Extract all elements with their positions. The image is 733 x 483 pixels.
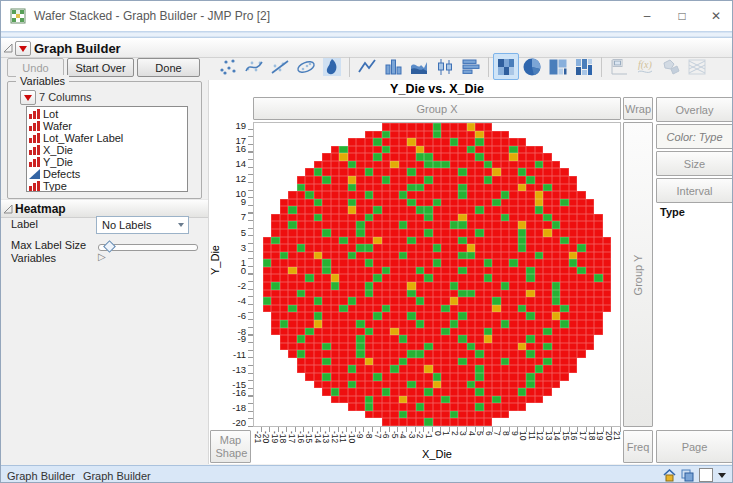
chart-title: Y_Die vs. X_Die bbox=[253, 82, 621, 96]
plot-area[interactable] bbox=[253, 122, 621, 427]
variables-property-label: Variables bbox=[11, 252, 56, 264]
disclosure-closed-icon[interactable]: ▷ bbox=[98, 251, 106, 262]
heatmap-section-title: Heatmap bbox=[15, 202, 66, 216]
max-label-size-slider[interactable] bbox=[98, 244, 198, 251]
bar-icon[interactable] bbox=[380, 53, 406, 80]
column-item[interactable]: Lot bbox=[29, 108, 187, 120]
maximize-button[interactable]: □ bbox=[665, 1, 699, 30]
red-triangle-menu-icon[interactable] bbox=[15, 41, 31, 56]
pie-icon[interactable] bbox=[519, 53, 545, 80]
status-item: Graph Builder bbox=[7, 470, 75, 482]
overlay-zone[interactable]: Overlay bbox=[656, 97, 733, 122]
columns-count-label: 7 Columns bbox=[39, 91, 92, 103]
treemap-icon[interactable] bbox=[545, 53, 571, 80]
max-label-size-label: Max Label Size bbox=[11, 239, 86, 251]
menu-band bbox=[1, 31, 733, 38]
x-axis-tick-labels: -21-20-19-18-17-16-15-14-13-12-11-10-9-8… bbox=[253, 431, 621, 449]
label-property-label: Label bbox=[11, 218, 38, 230]
status-item: Graph Builder bbox=[83, 470, 151, 482]
points-icon[interactable] bbox=[215, 53, 241, 80]
columns-red-triangle-icon[interactable] bbox=[20, 90, 36, 105]
disclosure-open-icon[interactable] bbox=[3, 204, 13, 214]
element-toolbar: f(x) bbox=[215, 53, 710, 80]
page-zone[interactable]: Page bbox=[656, 430, 733, 463]
toolbar-separator bbox=[349, 57, 350, 77]
home-icon[interactable] bbox=[663, 469, 676, 482]
window-layout-icon[interactable] bbox=[681, 469, 694, 482]
column-item[interactable]: Y_Die bbox=[29, 156, 187, 168]
column-item[interactable]: Wafer bbox=[29, 120, 187, 132]
group-y-zone[interactable]: Group Y bbox=[623, 122, 653, 427]
parallel-plot-icon[interactable] bbox=[684, 53, 710, 80]
smoother-icon[interactable] bbox=[241, 53, 267, 80]
title-bar: Wafer Stacked - Graph Builder - JMP Pro … bbox=[1, 1, 733, 31]
nominal-column-icon bbox=[29, 181, 40, 191]
toolbar-separator bbox=[601, 57, 602, 77]
wrap-zone[interactable]: Wrap bbox=[623, 97, 653, 120]
nominal-column-icon bbox=[29, 157, 40, 167]
nominal-column-icon bbox=[29, 121, 40, 131]
legend-title: Type bbox=[660, 206, 685, 218]
column-item[interactable]: X_Die bbox=[29, 144, 187, 156]
nominal-column-icon bbox=[29, 109, 40, 119]
line-of-fit-icon[interactable] bbox=[267, 53, 293, 80]
variables-panel: Variables 7 Columns LotWaferLot_Wafer La… bbox=[7, 81, 202, 199]
caption-box-icon[interactable] bbox=[606, 53, 632, 80]
column-item[interactable]: Lot_Wafer Label bbox=[29, 132, 187, 144]
group-x-zone[interactable]: Group X bbox=[253, 97, 621, 120]
column-item[interactable]: Defects bbox=[29, 168, 187, 180]
columns-list[interactable]: LotWaferLot_Wafer LabelX_DieY_DieDefects… bbox=[26, 106, 188, 192]
ellipse-icon[interactable] bbox=[293, 53, 319, 80]
svg-text:f(x): f(x) bbox=[638, 59, 653, 71]
nominal-column-icon bbox=[29, 133, 40, 143]
formula-icon[interactable]: f(x) bbox=[632, 53, 658, 80]
interval-zone[interactable]: Interval bbox=[656, 178, 733, 203]
dropdown-arrow-icon[interactable] bbox=[718, 473, 726, 478]
color-chip[interactable] bbox=[699, 468, 713, 482]
area-icon[interactable] bbox=[406, 53, 432, 80]
mosaic-icon[interactable] bbox=[571, 53, 597, 80]
map-shapes-icon[interactable] bbox=[658, 53, 684, 80]
color-zone[interactable]: Color: Type bbox=[656, 124, 733, 149]
line-icon[interactable] bbox=[354, 53, 380, 80]
start-over-button[interactable]: Start Over bbox=[67, 58, 134, 77]
variables-panel-title: Variables bbox=[16, 75, 69, 87]
minimize-button[interactable]: – bbox=[630, 1, 664, 30]
y-axis-tick-labels: 191716141210975310-2-4-6-8-9-11-13-15-16… bbox=[217, 122, 246, 427]
histogram-icon[interactable] bbox=[458, 53, 484, 80]
label-dropdown-value: No Labels bbox=[102, 219, 152, 231]
label-dropdown[interactable]: No Labels bbox=[96, 216, 189, 234]
toolbar-separator bbox=[488, 57, 489, 77]
freq-zone[interactable]: Freq bbox=[623, 430, 653, 463]
heatmap-icon[interactable] bbox=[493, 53, 519, 80]
chevron-down-icon bbox=[178, 223, 184, 227]
continuous-column-icon bbox=[29, 169, 40, 179]
size-zone[interactable]: Size bbox=[656, 151, 733, 176]
app-icon bbox=[10, 8, 26, 24]
contour-icon[interactable] bbox=[319, 53, 345, 80]
done-button[interactable]: Done bbox=[137, 58, 200, 77]
x-axis-title: X_Die bbox=[253, 448, 621, 460]
box-plot-icon[interactable] bbox=[432, 53, 458, 80]
status-bar: Graph Builder Graph Builder bbox=[1, 465, 733, 483]
close-button[interactable]: ✕ bbox=[699, 1, 733, 30]
disclosure-open-icon[interactable] bbox=[3, 43, 13, 53]
wafer-grid[interactable] bbox=[254, 123, 620, 426]
platform-title: Graph Builder bbox=[34, 41, 121, 56]
column-item[interactable]: Type bbox=[29, 180, 187, 192]
map-shape-zone[interactable]: Map Shape bbox=[210, 430, 251, 463]
nominal-column-icon bbox=[29, 145, 40, 155]
jmp-window: Wafer Stacked - Graph Builder - JMP Pro … bbox=[0, 0, 733, 483]
window-title: Wafer Stacked - Graph Builder - JMP Pro … bbox=[34, 9, 270, 23]
